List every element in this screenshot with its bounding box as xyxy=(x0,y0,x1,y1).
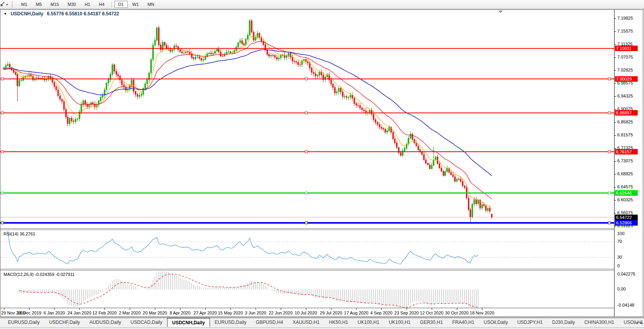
date-tick-mark xyxy=(432,308,432,310)
timeframe-button-m30[interactable]: M30 xyxy=(64,1,80,8)
hline-handle[interactable] xyxy=(305,151,307,153)
price-tick-mark xyxy=(615,135,616,136)
price-tick-label: 7.07075 xyxy=(617,55,633,59)
hline-handle[interactable] xyxy=(608,192,611,194)
chart-tab-usdcad-daily[interactable]: USDCAD,Daily xyxy=(126,318,167,327)
chart-tab-fra40-h1[interactable]: FRA40,H1 xyxy=(447,318,479,327)
chart-tab-uk100-h1[interactable]: UK100,H1 xyxy=(384,318,415,327)
date-tick-mark xyxy=(54,308,55,310)
hline-handle[interactable] xyxy=(608,222,611,224)
chart-symbol-label: USDCNH,Daily xyxy=(11,11,43,17)
date-tick-label: 10 Jul 2020 xyxy=(295,311,317,315)
mt4-terminal: ▾ M1M5M15M30H1H4D1W1MN ▼ USDCNH,Daily 6.… xyxy=(0,0,644,329)
date-tick-label: 12 Oct 2020 xyxy=(420,311,443,315)
hline-handle[interactable] xyxy=(608,112,611,114)
macd-scale-label: -0.04148 xyxy=(617,303,634,307)
date-tick-label: 22 Jun 2020 xyxy=(269,311,293,315)
pane-separator[interactable] xyxy=(0,269,614,270)
timeframe-button-d1[interactable]: D1 xyxy=(114,1,128,8)
hline-handle[interactable] xyxy=(305,78,307,80)
rsi-canvas[interactable] xyxy=(0,230,614,269)
tab-scroll-arrows: ◂ ▸ xyxy=(636,318,642,327)
chart-tab-usdjpy-h1[interactable]: USDJPY,H1 xyxy=(513,318,547,327)
timeframe-button-m15[interactable]: M15 xyxy=(47,1,63,8)
chevron-down-icon[interactable]: ▾ xyxy=(6,3,8,6)
chart-tab-dj30-daily[interactable]: DJ30,Daily xyxy=(547,318,580,327)
chart-tabbar: EURUSD,DailyUSDCHF,DailyAUDUSD,DailyUSDC… xyxy=(0,318,644,327)
price-tick-label: 7.02825 xyxy=(617,68,633,72)
price-tick-mark xyxy=(615,18,616,19)
chart-tab-usoil-daily[interactable]: USOil,Daily xyxy=(479,318,512,327)
tab-scroll-right-icon[interactable]: ▸ xyxy=(640,320,642,325)
hline-handle[interactable] xyxy=(1,151,4,153)
chart-tab-eurusd-daily[interactable]: EURUSD,Daily xyxy=(210,318,251,327)
chart-window: ▼ USDCNH,Daily 6.55776 6.55810 6.54187 6… xyxy=(0,9,643,317)
price-tick-mark xyxy=(615,213,616,213)
tab-scroll-left-icon[interactable]: ◂ xyxy=(636,320,638,325)
hline-handle[interactable] xyxy=(608,151,611,153)
date-axis[interactable]: 29 Nov 201918 Dec 20196 Jan 202024 Jan 2… xyxy=(0,308,614,316)
price-chart-canvas[interactable] xyxy=(0,10,614,228)
price-tick-mark xyxy=(615,57,616,58)
hline-handle[interactable] xyxy=(1,192,4,194)
chart-tab-uk100-h1[interactable]: UK100,H1 xyxy=(353,318,384,327)
timeframe-buttons: M1M5M15M30H1H4D1W1MN xyxy=(17,0,158,9)
timeframe-button-w1[interactable]: W1 xyxy=(129,1,143,8)
date-tick-label: 8 Apr 2020 xyxy=(169,311,190,315)
status-strip xyxy=(0,327,644,329)
date-tick-mark xyxy=(281,308,281,310)
collapse-chart-icon[interactable]: ▼ xyxy=(4,12,7,16)
date-tick-mark xyxy=(306,308,306,310)
price-tick-mark xyxy=(615,83,616,84)
moving-average-line xyxy=(4,37,492,209)
macd-canvas[interactable] xyxy=(0,271,614,308)
chart-tab-audusd-daily[interactable]: AUDUSD,Daily xyxy=(85,318,126,327)
chart-tab-usdchf-daily[interactable]: USDCHF,Daily xyxy=(44,318,85,327)
chart-tab-xauusd-h1[interactable]: XAUUSD,H1 xyxy=(288,318,324,327)
chart-ohlc-values: 6.55776 6.55810 6.54187 6.54722 xyxy=(47,11,119,17)
hline-handle[interactable] xyxy=(305,222,307,224)
date-tick-label: 3 Jun 2020 xyxy=(245,311,266,315)
price-line-label: 6.62646 xyxy=(615,190,638,196)
date-tick-mark xyxy=(205,308,206,310)
hline-handle[interactable] xyxy=(1,222,4,224)
price-tick-mark xyxy=(615,187,616,187)
date-tick-label: 18 Nov 2020 xyxy=(470,311,494,315)
hline-handle[interactable] xyxy=(305,112,307,114)
macd-signal-line xyxy=(19,274,478,307)
hline-handle[interactable] xyxy=(608,78,611,80)
chart-tab-ger30-h1[interactable]: GER30,H1 xyxy=(415,318,447,327)
price-tick-mark xyxy=(615,44,616,45)
hline-handle[interactable] xyxy=(305,192,307,194)
price-tick-label: 6.85825 xyxy=(617,119,633,124)
price-tick-label: 6.64575 xyxy=(617,184,633,189)
timeframe-button-m5[interactable]: M5 xyxy=(32,1,46,8)
candlestick-series xyxy=(4,19,493,222)
chart-tab-hk50-h1[interactable]: HK50,H1 xyxy=(324,318,353,327)
date-tick-mark xyxy=(356,308,357,310)
pane-separator[interactable] xyxy=(0,228,614,230)
timeframe-button-h4[interactable]: H4 xyxy=(95,1,108,8)
price-axis[interactable]: 7.198257.155757.113257.070757.028256.985… xyxy=(614,10,643,316)
toolbar-grip[interactable] xyxy=(12,2,13,7)
price-tick-label: 6.60325 xyxy=(617,197,633,202)
macd-scale-label: 0.042275 xyxy=(617,272,635,276)
chart-tab-gbpusd-h4[interactable]: GBPUSD,H4 xyxy=(251,318,288,327)
current-price-label: 6.54722 xyxy=(615,215,638,220)
price-tick-label: 6.81575 xyxy=(617,132,633,137)
chart-tab-usdcnh-daily[interactable]: USDCNH,Daily xyxy=(167,318,210,327)
timeframe-button-h1[interactable]: H1 xyxy=(81,1,94,8)
date-tick-label: 23 Sep 2020 xyxy=(394,311,419,315)
hline-handle[interactable] xyxy=(1,78,4,80)
timeframe-button-mn[interactable]: MN xyxy=(144,1,158,8)
date-tick-label: 18 Dec 2019 xyxy=(17,311,41,315)
chart-cursor-icon[interactable] xyxy=(0,1,6,7)
chart-tab-china300-h1[interactable]: CHINA300,H1 xyxy=(580,318,619,327)
chart-tab-eurusd-daily[interactable]: EURUSD,Daily xyxy=(3,318,44,327)
date-tick-mark xyxy=(130,308,130,310)
price-line-label: 6.88897 xyxy=(615,110,638,116)
hline-handle[interactable] xyxy=(1,112,4,114)
rsi-scale-label: 100 xyxy=(617,231,624,236)
date-tick-mark xyxy=(79,308,80,310)
timeframe-button-m1[interactable]: M1 xyxy=(17,1,31,8)
